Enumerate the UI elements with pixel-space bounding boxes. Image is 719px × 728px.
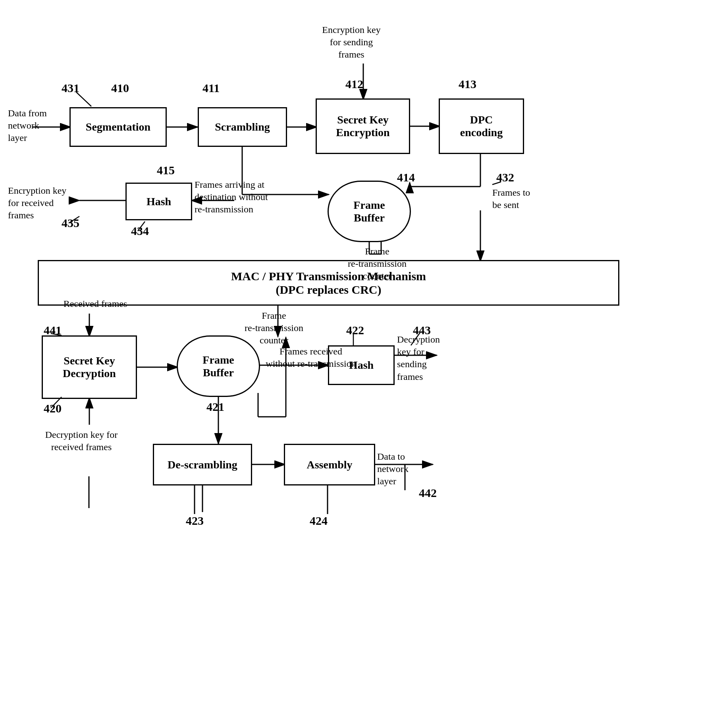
hash-top-box: Hash <box>125 183 192 220</box>
diagram: Segmentation Scrambling Secret Key Encry… <box>0 0 719 728</box>
ref-413: 413 <box>459 77 476 91</box>
data-to-network-label: Data tonetworklayer <box>377 451 447 488</box>
ref-415: 415 <box>157 164 175 177</box>
frame-retrans-top-label: Framere-transmissioncounter <box>333 245 421 283</box>
segmentation-box: Segmentation <box>69 107 167 147</box>
ref-424: 424 <box>310 514 328 528</box>
ref-412: 412 <box>345 77 363 91</box>
ref-431: 431 <box>62 81 79 95</box>
ref-410: 410 <box>111 81 129 95</box>
ref-420: 420 <box>44 402 62 415</box>
frames-arriving-label: Frames arriving atdestination withoutre-… <box>195 179 318 216</box>
assembly-box: Assembly <box>284 444 375 485</box>
ref-411: 411 <box>202 81 220 95</box>
ref-432: 432 <box>496 171 514 184</box>
frames-received-no-retrans-label: Frames receivedwithout re-transmission <box>261 345 360 370</box>
secret-key-dec-box: Secret Key Decryption <box>42 335 137 399</box>
secret-key-enc-box: Secret Key Encryption <box>316 98 410 154</box>
frame-buffer-top-box: Frame Buffer <box>328 181 411 242</box>
decryption-key-sending-label: Decryptionkey forsendingframes <box>397 333 484 383</box>
dpc-encoding-box: DPC encoding <box>439 98 524 154</box>
descrambling-box: De-scrambling <box>153 444 252 485</box>
frame-retrans-bot-label: Framere-transmissioncounter <box>230 310 318 347</box>
ref-434: 434 <box>131 224 149 238</box>
ref-423: 423 <box>186 514 204 528</box>
ref-442: 442 <box>419 486 437 500</box>
ref-421: 421 <box>206 400 224 414</box>
decryption-key-received-label: Decryption key forreceived frames <box>30 429 133 453</box>
received-frames-label: Received frames <box>62 298 129 310</box>
ref-441: 441 <box>44 324 62 337</box>
data-from-network-label: Data fromnetworklayer <box>8 107 66 144</box>
ref-414: 414 <box>397 171 415 184</box>
enc-key-sending-label: Encryption keyfor sendingframes <box>302 24 401 61</box>
frames-to-sent-label: Frames tobe sent <box>492 187 560 211</box>
enc-key-received-label: Encryption keyfor receivedframes <box>8 185 81 222</box>
ref-422: 422 <box>346 324 364 337</box>
scrambling-box: Scrambling <box>198 107 287 147</box>
